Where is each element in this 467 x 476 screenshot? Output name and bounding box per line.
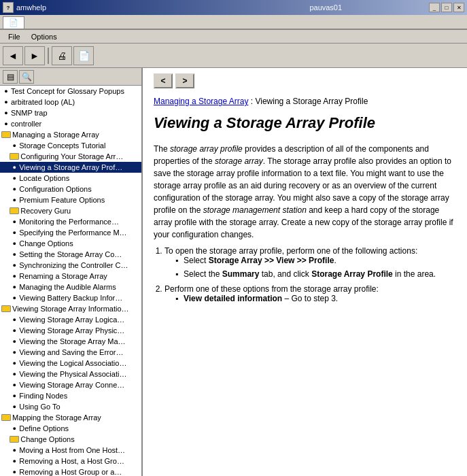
tree-item-label: Mapping the Storage Array bbox=[12, 413, 101, 422]
tree-item[interactable]: ●SNMP trap bbox=[0, 107, 141, 118]
tree-item[interactable]: ●Define Options bbox=[0, 423, 141, 434]
bullet-icon: ● bbox=[10, 175, 19, 182]
tree-item-label: Configuring Your Storage Arr… bbox=[20, 152, 123, 160]
folder-icon bbox=[1, 305, 12, 313]
tab-icon: 📄 bbox=[9, 18, 18, 27]
tree-item-label: SNMP trap bbox=[11, 109, 48, 117]
tree-item[interactable]: ●Viewing the Logical Associatio… bbox=[0, 358, 141, 369]
tree-item-label: Viewing Storage Array Informatio… bbox=[12, 305, 129, 313]
tree-item[interactable]: Recovery Guru bbox=[0, 205, 141, 216]
bullet-icon: ● bbox=[10, 469, 19, 475]
folder-icon bbox=[10, 152, 20, 160]
tree-item[interactable]: ●Viewing and Saving the Error… bbox=[0, 347, 141, 358]
tree-back-button[interactable]: ▤ bbox=[3, 70, 18, 84]
bullet-1-2: Select the Summary tab, and click Storag… bbox=[175, 269, 456, 279]
tree-item[interactable]: ●Setting the Storage Array Co… bbox=[0, 249, 141, 260]
bullet-icon: ● bbox=[10, 294, 19, 301]
tree-item[interactable]: ●Using Go To bbox=[0, 401, 141, 412]
breadcrumb-link[interactable]: Managing a Storage Array bbox=[154, 97, 248, 106]
bullet-icon: ● bbox=[10, 392, 19, 399]
breadcrumb-current: Viewing a Storage Array Profile bbox=[255, 97, 368, 106]
tree-item-label: Define Options bbox=[19, 424, 69, 432]
tree-item[interactable]: ●Configuration Options bbox=[0, 184, 141, 194]
bullet-icon: ● bbox=[10, 251, 19, 258]
tree-item[interactable]: Change Options bbox=[0, 434, 141, 445]
tree-item[interactable]: ●Viewing Storage Array Conne… bbox=[0, 379, 141, 390]
tree-item[interactable]: ●controller bbox=[0, 118, 141, 129]
bullet-list-2: View detailed information – Go to step 3… bbox=[175, 294, 456, 303]
bullet-icon: ● bbox=[10, 327, 19, 334]
nav-back-button[interactable]: < bbox=[154, 73, 173, 88]
tree-item-label: Specifying the Performance M… bbox=[19, 228, 126, 237]
tree-item-label: controller bbox=[11, 120, 41, 128]
tree-item-label: Monitoring the Performance… bbox=[19, 218, 119, 226]
bullet-icon: ● bbox=[10, 197, 19, 203]
tree-item-label: Viewing and Saving the Error… bbox=[19, 348, 123, 356]
tree-item[interactable]: ●Premium Feature Options bbox=[0, 194, 141, 205]
tree-item-label: Premium Feature Options bbox=[19, 196, 105, 204]
bullet-list-1: Select Storage Array >> View >> Profile.… bbox=[175, 256, 456, 279]
tree-item[interactable]: ●Specifying the Performance M… bbox=[0, 227, 141, 238]
tree-item-label: Viewing Battery Backup Infor… bbox=[19, 294, 122, 302]
tree-item-label: Test Concept for Glossary Popups bbox=[11, 87, 124, 95]
tree-item-label: Managing a Storage Array bbox=[12, 131, 99, 139]
tree-item-label: Configuration Options bbox=[19, 185, 91, 193]
main-tab[interactable]: 📄 bbox=[3, 16, 24, 29]
tree-item[interactable]: ●Removing a Host Group or a… bbox=[0, 466, 141, 476]
forward-button[interactable]: ► bbox=[24, 46, 45, 65]
tree-item[interactable]: Managing a Storage Array bbox=[0, 129, 141, 140]
back-button[interactable]: ◄ bbox=[3, 46, 23, 65]
tree-item[interactable]: ●Viewing Storage Array Logica… bbox=[0, 314, 141, 325]
tree-item[interactable]: Mapping the Storage Array bbox=[0, 412, 141, 423]
tree-item-label: Removing a Host Group or a… bbox=[19, 468, 122, 476]
tree-item[interactable]: ●Finding Nodes bbox=[0, 390, 141, 401]
list-item-1-text: To open the storage array profile, perfo… bbox=[165, 246, 417, 256]
tree-item[interactable]: ●Viewing a Storage Array Prof… bbox=[0, 162, 141, 173]
close-button[interactable]: ✕ bbox=[453, 3, 464, 12]
tree-item[interactable]: ●Locate Options bbox=[0, 173, 141, 184]
tree-item[interactable]: ●Viewing Battery Backup Infor… bbox=[0, 292, 141, 303]
tree-item[interactable]: ●Test Concept for Glossary Popups bbox=[0, 86, 141, 97]
breadcrumb: Managing a Storage Array : Viewing a Sto… bbox=[154, 97, 456, 106]
toolbar: ◄ ► 🖨 📄 bbox=[0, 44, 467, 68]
minimize-button[interactable]: _ bbox=[429, 3, 440, 12]
bullet-2-1: View detailed information – Go to step 3… bbox=[175, 294, 456, 303]
tree-item[interactable]: ●Viewing the Physical Associati… bbox=[0, 369, 141, 379]
tree-item[interactable]: ●Synchronizing the Controller C… bbox=[0, 260, 141, 271]
tree-item-label: Viewing the Physical Associati… bbox=[19, 370, 126, 378]
print-button[interactable]: 🖨 bbox=[52, 46, 72, 65]
menu-options[interactable]: Options bbox=[26, 31, 63, 42]
tree-item-label: Finding Nodes bbox=[19, 392, 67, 400]
tree-item[interactable]: ●Moving a Host from One Host… bbox=[0, 445, 141, 456]
maximize-button[interactable]: □ bbox=[441, 3, 452, 12]
nav-forward-button[interactable]: > bbox=[175, 73, 194, 88]
tree-item[interactable]: ●Change Options bbox=[0, 238, 141, 249]
tree-item[interactable]: ●Removing a Host, a Host Gro… bbox=[0, 456, 141, 466]
tree-search-button[interactable]: 🔍 bbox=[19, 70, 34, 84]
tree-container[interactable]: ●Test Concept for Glossary Popups●arbitr… bbox=[0, 86, 141, 476]
bullet-icon: ● bbox=[10, 360, 19, 367]
tree-item[interactable]: ●arbitrated loop (AL) bbox=[0, 97, 141, 107]
tree-item[interactable]: ●Renaming a Storage Array bbox=[0, 271, 141, 282]
bullet-icon: ● bbox=[10, 371, 19, 377]
bullet-icon: ● bbox=[10, 218, 19, 225]
username-display: pauvas01 bbox=[223, 3, 430, 12]
tree-item[interactable]: ●Viewing Storage Array Physic… bbox=[0, 325, 141, 336]
print2-button[interactable]: 📄 bbox=[73, 46, 94, 65]
tree-item-label: Viewing a Storage Array Prof… bbox=[19, 163, 122, 171]
bullet-icon: ● bbox=[1, 120, 11, 127]
tree-item[interactable]: ●Monitoring the Performance… bbox=[0, 216, 141, 227]
folder-icon bbox=[10, 435, 20, 443]
bullet-icon: ● bbox=[10, 447, 19, 454]
bullet-icon: ● bbox=[10, 381, 19, 388]
tree-item[interactable]: ●Storage Concepts Tutorial bbox=[0, 140, 141, 151]
tree-item[interactable]: ●Managing the Audible Alarms bbox=[0, 282, 141, 292]
tree-item[interactable]: Configuring Your Storage Arr… bbox=[0, 151, 141, 162]
window-controls: _ □ ✕ bbox=[429, 3, 464, 12]
menu-file[interactable]: File bbox=[3, 31, 26, 42]
bullet-icon: ● bbox=[10, 284, 19, 290]
tree-item[interactable]: Viewing Storage Array Informatio… bbox=[0, 303, 141, 314]
tree-item[interactable]: ●Viewing the Storage Array Ma… bbox=[0, 336, 141, 347]
tree-item-label: arbitrated loop (AL) bbox=[11, 98, 75, 106]
bullet-icon: ● bbox=[10, 338, 19, 345]
